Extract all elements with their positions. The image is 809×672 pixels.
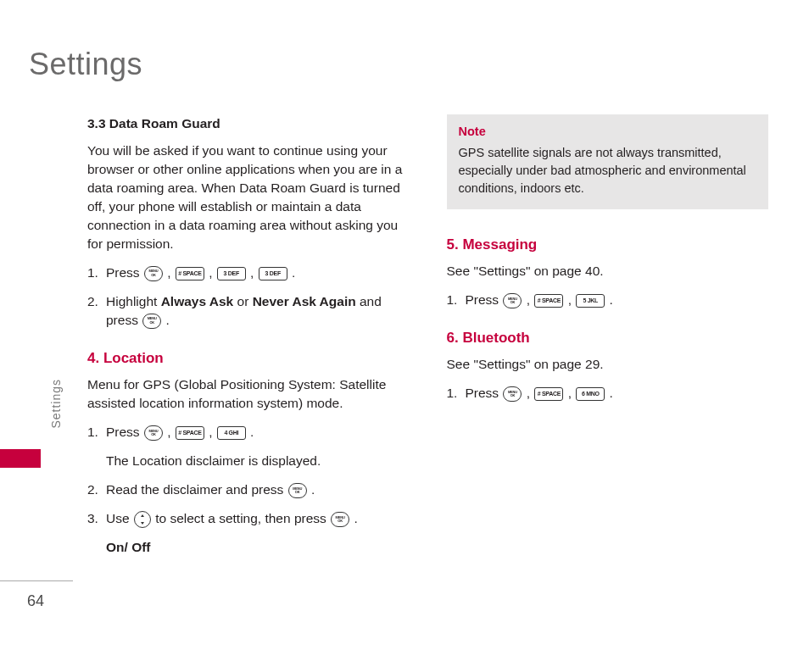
menu-ok-key-icon [503,386,522,402]
six-key-icon: 6 MNO [576,387,605,401]
option-on-off: On/ Off [106,538,410,557]
period: . [350,511,358,525]
step-text: Press [106,425,143,439]
menu-ok-key-icon [503,293,522,308]
four-key-icon: 4 GHI [217,426,246,440]
period: . [605,292,613,307]
side-rule [0,580,73,581]
page-title: Settings [29,47,142,82]
body-4: Menu for GPS (Global Positioning System:… [87,375,410,413]
period: . [308,482,315,497]
step-3-3-2: 2. Highlight Always Ask or Never Ask Aga… [87,292,410,330]
step-4-1-note: The Location disclaimer is displayed. [106,452,410,470]
note-body: GPS satellite signals are not always tra… [459,144,757,197]
step-text: Read the disclaimer and press [106,482,287,497]
comma: , [205,265,216,280]
comma: , [564,292,575,307]
period: . [247,425,254,439]
step-number: 2. [87,292,106,330]
period: . [162,313,170,327]
body-6: See "Settings" on page 29. [447,355,769,374]
step-4-1: 1. Press , # SPACE , 4 GHI . [87,423,410,442]
step-number: 2. [87,480,106,499]
subheading-3-3: 3.3 Data Roam Guard [87,114,410,133]
hash-key-icon: # SPACE [176,426,204,440]
comma: , [564,386,575,400]
period: . [605,386,613,400]
step-number: 1. [87,264,106,282]
heading-6-bluetooth: 6. Bluetooth [447,328,769,348]
three-key-icon: 3 DEF [259,267,287,280]
hash-key-icon: # SPACE [176,267,204,280]
comma: , [522,386,533,400]
comma: , [522,292,533,307]
step-text: Press [466,292,503,307]
menu-ok-key-icon [142,314,161,329]
comma: , [205,425,216,439]
step-text: Press [106,265,143,280]
step-5-1: 1. Press , # SPACE , 5 JKL . [447,291,769,309]
step-number: 1. [447,291,466,309]
step-6-1: 1. Press , # SPACE , 6 MNO . [447,384,769,403]
body-3-3: You will be asked if you want to continu… [87,142,410,253]
step-text: or [233,294,252,308]
step-3-3-1: 1. Press , # SPACE , 3 DEF , 3 DEF . [87,264,410,282]
step-4-2: 2. Read the disclaimer and press . [87,480,410,499]
period: . [288,265,296,280]
step-text: Use [106,511,133,525]
step-number: 3. [87,509,106,528]
option-always-ask: Always Ask [161,294,234,308]
heading-4-location: 4. Location [87,348,410,369]
five-key-icon: 5 JKL [576,294,605,308]
side-tab-label: Settings [49,379,63,429]
step-number: 1. [447,384,466,403]
left-column: 3.3 Data Roam Guard You will be asked if… [87,114,410,567]
comma: , [164,425,175,439]
step-4-3: 3. Use to select a setting, then press . [87,509,410,528]
side-accent-bar [0,449,41,468]
hash-key-icon: # SPACE [534,387,563,401]
body-5: See "Settings" on page 40. [447,262,769,280]
right-column: Note GPS satellite signals are not alway… [447,114,769,567]
menu-ok-key-icon [288,483,307,498]
comma: , [164,265,175,280]
menu-ok-key-icon [144,266,163,281]
step-number: 1. [87,423,106,442]
note-title: Note [459,123,757,141]
nav-key-icon [134,511,151,528]
menu-ok-key-icon [144,425,163,441]
hash-key-icon: # SPACE [534,294,563,308]
option-never-ask: Never Ask Again [253,294,356,308]
step-text: Press [466,386,503,400]
page-number: 64 [27,592,44,610]
note-box: Note GPS satellite signals are not alway… [447,114,769,209]
three-key-icon: 3 DEF [217,267,246,280]
step-text: Highlight [106,294,161,308]
comma: , [247,265,258,280]
step-text: to select a setting, then press [155,511,330,525]
heading-5-messaging: 5. Messaging [447,235,769,255]
menu-ok-key-icon [331,512,349,527]
